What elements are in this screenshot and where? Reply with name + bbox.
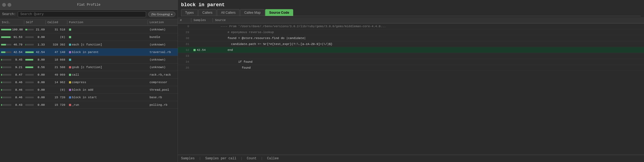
called-cell: (0) bbox=[46, 35, 67, 39]
table-row[interactable]: 8.46 0.00 15 720 block in start base.rb bbox=[0, 94, 178, 101]
table-row[interactable]: 91.53 0.00 (0) bundle bbox=[0, 33, 178, 41]
tab-source-code[interactable]: Source Code bbox=[265, 9, 293, 16]
self-cell: 8.56 bbox=[24, 65, 46, 69]
source-code-line: ---- From '/Users/dave/.rbenv/versions/3… bbox=[218, 24, 644, 29]
self-cell: 0.00 bbox=[24, 80, 46, 84]
footer-tab-samples[interactable]: Samples bbox=[181, 157, 195, 160]
source-rows: 0 ---- From '/Users/dave/.rbenv/versions… bbox=[178, 23, 644, 71]
footer-tab-count[interactable]: Count bbox=[247, 157, 257, 160]
tab-types[interactable]: Types bbox=[181, 9, 198, 16]
function-name: block in add bbox=[72, 88, 93, 91]
fn-dot-icon bbox=[69, 89, 71, 91]
self-bar-fill bbox=[25, 29, 27, 30]
source-code-line: found = @store.resources.find do |candid… bbox=[218, 36, 644, 40]
location-cell: rack.rb,rack bbox=[148, 73, 178, 77]
function-cell[interactable]: block in add bbox=[67, 88, 148, 92]
tab-all-callers[interactable]: All Callers bbox=[217, 9, 240, 16]
function-cell[interactable]: gsub [c function] bbox=[67, 65, 148, 69]
rp-tabs: TypesCallersAll CallersCallee MapSource … bbox=[181, 9, 641, 16]
location-cell: base.rb bbox=[148, 95, 178, 100]
self-value: 0.00 bbox=[34, 81, 45, 84]
rp-title: block in parent bbox=[181, 2, 641, 8]
source-table: # Samples Source 0 ---- From '/Users/dav… bbox=[178, 17, 644, 155]
table-row[interactable]: 9.45 8.80 18 668 (unknown) bbox=[0, 56, 178, 64]
close-button[interactable] bbox=[2, 3, 6, 7]
function-name: each [c function] bbox=[72, 43, 102, 46]
footer-separator: | bbox=[241, 157, 243, 160]
window-title: Flat Profile bbox=[77, 3, 100, 7]
function-cell[interactable]: block in parent bbox=[67, 50, 148, 54]
search-input[interactable] bbox=[18, 11, 146, 17]
incl-bar-fill bbox=[1, 82, 2, 83]
incl-bar-fill bbox=[1, 66, 2, 68]
tab-callee-map[interactable]: Callee Map bbox=[240, 9, 265, 16]
fn-dot-icon bbox=[69, 104, 71, 106]
table-row[interactable]: 100.00 21.69 31 518 (unknown) bbox=[0, 26, 178, 33]
source-line-number: 33 bbox=[178, 54, 191, 58]
function-cell[interactable] bbox=[67, 36, 148, 39]
table-row[interactable]: 8.47 0.00 49 069 call rack.rb,rack bbox=[0, 71, 178, 79]
source-row: 0 ---- From '/Users/dave/.rbenv/versions… bbox=[178, 23, 644, 29]
self-cell: 1.33 bbox=[24, 43, 46, 47]
incl-cell: 9.21 bbox=[0, 65, 24, 69]
rp-header: block in parent TypesCallersAll CallersC… bbox=[178, 0, 644, 17]
source-samples-cell bbox=[191, 38, 218, 39]
footer-tab-callee[interactable]: Callee bbox=[267, 157, 279, 160]
source-line-number: 29 bbox=[178, 30, 191, 34]
incl-value: 8.43 bbox=[12, 103, 22, 107]
location-cell: traversal.rb bbox=[148, 50, 178, 54]
minimize-button[interactable] bbox=[8, 3, 11, 7]
footer-tab-samples-per-call[interactable]: Samples per call bbox=[205, 157, 236, 160]
called-cell: 15 720 bbox=[46, 95, 67, 100]
table-row[interactable]: 42.54 42.54 47 140 block in parent trave… bbox=[0, 48, 178, 56]
col-incl: Incl. bbox=[0, 20, 24, 24]
source-samples-cell bbox=[191, 61, 218, 62]
search-bar: Search: (No Grouping) ▾ bbox=[0, 10, 178, 19]
incl-cell: 91.53 bbox=[0, 35, 24, 39]
col-location: Location bbox=[148, 20, 178, 24]
fn-dot-icon bbox=[69, 29, 71, 31]
function-cell[interactable]: each [c function] bbox=[67, 43, 148, 47]
source-samples-cell bbox=[191, 26, 218, 27]
function-cell[interactable]: compress bbox=[67, 80, 148, 84]
called-cell: (0) bbox=[46, 88, 67, 92]
tab-callers[interactable]: Callers bbox=[198, 9, 216, 16]
self-cell: 8.80 bbox=[24, 58, 46, 62]
incl-cell: 9.45 bbox=[0, 58, 24, 62]
self-bar-fill bbox=[25, 66, 33, 68]
source-code-line bbox=[218, 55, 644, 57]
fn-dot-icon bbox=[69, 59, 71, 61]
function-cell[interactable] bbox=[67, 58, 148, 61]
source-samples-cell bbox=[191, 67, 218, 68]
table-row[interactable]: 9.21 8.56 21 508 gsub [c function] (unkn… bbox=[0, 64, 178, 71]
function-cell[interactable]: block in start bbox=[67, 95, 148, 100]
footer-separator: | bbox=[199, 157, 201, 160]
incl-value: 100.00 bbox=[12, 28, 23, 31]
table-row[interactable]: 8.46 0.00 14 962 compress compressor bbox=[0, 79, 178, 86]
self-cell: 0.00 bbox=[24, 95, 46, 100]
incl-cell: 8.46 bbox=[0, 80, 24, 84]
incl-bar-container bbox=[1, 104, 11, 106]
location-cell: (unknown) bbox=[148, 43, 178, 47]
called-cell: 14 962 bbox=[46, 80, 67, 84]
function-cell[interactable]: call bbox=[67, 73, 148, 77]
fn-dot-icon bbox=[69, 44, 71, 46]
function-cell[interactable] bbox=[67, 28, 148, 31]
self-value: 8.56 bbox=[34, 66, 45, 69]
location-cell: compressor bbox=[148, 80, 178, 84]
incl-cell: 8.43 bbox=[0, 103, 24, 107]
self-value: 8.80 bbox=[34, 58, 45, 61]
incl-bar-container bbox=[1, 82, 11, 83]
incl-bar-fill bbox=[1, 36, 11, 38]
table-row[interactable]: 46.79 1.33 328 392 each [c function] (un… bbox=[0, 41, 178, 48]
incl-value: 9.21 bbox=[12, 66, 22, 69]
grouping-button[interactable]: (No Grouping) ▾ bbox=[148, 12, 175, 17]
self-bar-container bbox=[25, 89, 34, 91]
table-row[interactable]: 8.46 0.00 (0) block in add thread_pool bbox=[0, 86, 178, 94]
function-cell[interactable]: _run bbox=[67, 103, 148, 107]
incl-bar-container bbox=[1, 74, 11, 76]
table-row[interactable]: 8.43 0.00 15 720 _run polling.rb bbox=[0, 101, 178, 109]
self-bar-container bbox=[25, 51, 34, 53]
incl-value: 8.46 bbox=[12, 88, 22, 91]
source-samples-cell bbox=[191, 44, 218, 45]
